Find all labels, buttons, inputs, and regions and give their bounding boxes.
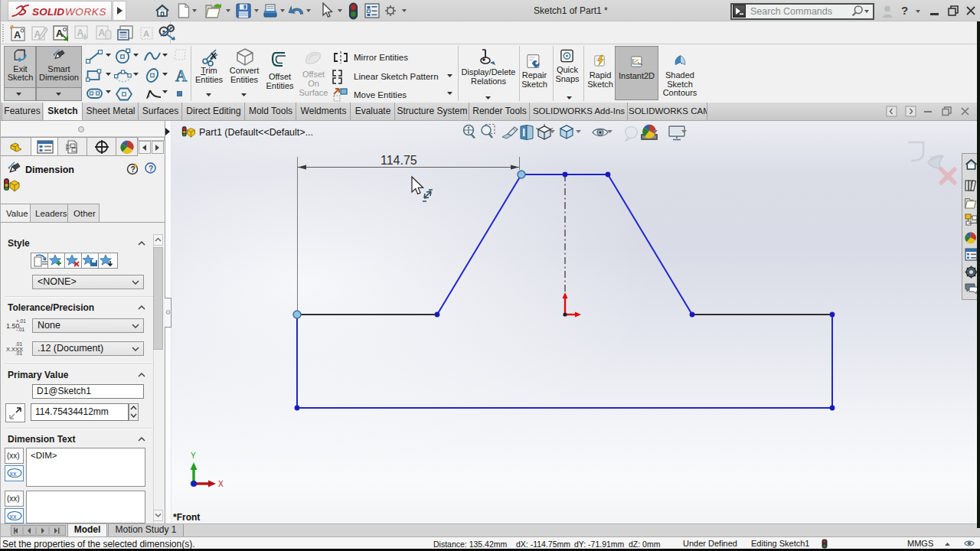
svg-text:A: A [56,28,64,39]
svg-text:xx: xx [10,513,18,520]
svg-text:*Front: *Front [173,512,200,523]
svg-text:?: ? [131,165,136,174]
svg-text:A: A [14,29,21,41]
svg-text:SOLID: SOLID [32,6,64,18]
svg-text:(xx): (xx) [7,452,20,460]
svg-text:X: X [218,480,224,488]
svg-text:WORKS: WORKS [65,6,106,18]
svg-text:A: A [99,28,106,38]
svg-text:A: A [175,67,188,84]
svg-text:(xx): (xx) [7,494,20,503]
svg-text:xx: xx [10,470,18,478]
svg-text:Y: Y [191,452,196,460]
svg-text:?: ? [149,165,153,173]
svg-text:114.75: 114.75 [381,154,417,167]
svg-text:A: A [143,29,149,38]
